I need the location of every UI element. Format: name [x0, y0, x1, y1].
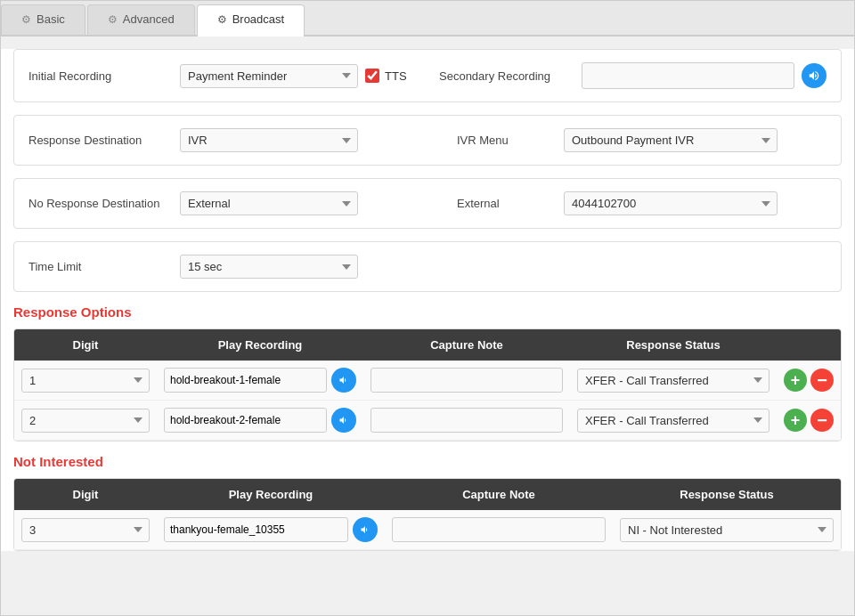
ni-col-play-recording: Play Recording: [157, 479, 385, 510]
ni-row1-digit-select[interactable]: 3: [21, 518, 150, 542]
initial-recording-select[interactable]: Payment Reminder: [180, 64, 358, 88]
row2-play-rec-cell: [157, 401, 363, 440]
recording-card: Initial Recording Payment Reminder TTS S…: [13, 49, 842, 102]
ni-row1-status-select[interactable]: NI - Not Interested: [620, 518, 834, 542]
row1-status-select[interactable]: XFER - Call Transferred: [577, 369, 770, 393]
row2-audio-btn[interactable]: [331, 408, 356, 433]
row2-action-btns: + −: [784, 409, 834, 432]
tab-advanced[interactable]: ⚙ Advanced: [87, 4, 195, 35]
response-dest-label: Response Destination: [28, 134, 180, 147]
not-interested-header: Digit Play Recording Capture Note Respon…: [14, 479, 841, 510]
not-interested-section: Not Interested Digit Play Recording Capt…: [13, 454, 842, 551]
table-row: 2 Settl: [14, 401, 841, 441]
time-limit-card: Time Limit 15 sec: [13, 241, 842, 292]
row1-add-btn[interactable]: +: [784, 369, 807, 392]
row1-speaker-icon: [338, 375, 349, 385]
col-play-recording: Play Recording: [157, 329, 363, 361]
external-control: 4044102700: [564, 191, 826, 215]
tab-basic[interactable]: ⚙ Basic: [1, 4, 86, 35]
time-limit-row: Time Limit 15 sec: [14, 242, 841, 291]
response-options-section: Response Options Digit Play Recording Ca…: [13, 304, 842, 442]
response-dest-card: Response Destination IVR IVR Menu Outbou…: [13, 115, 842, 166]
table-row: 1 Pay f: [14, 361, 841, 401]
initial-recording-control: Payment Reminder TTS: [180, 64, 425, 88]
ni-row1-audio-btn[interactable]: [353, 517, 378, 542]
col-digit: Digit: [14, 329, 157, 361]
ni-row1-capture-input[interactable]: Not Interested: [392, 517, 606, 542]
secondary-recording-label: Secondary Recording: [439, 69, 582, 83]
col-actions: [777, 329, 841, 361]
not-interested-table: Digit Play Recording Capture Note Respon…: [13, 478, 842, 551]
row2-status-cell: XFER - Call Transferred: [570, 401, 777, 440]
ni-row1-digit-cell: 3: [14, 511, 157, 549]
time-limit-control: 15 sec: [180, 255, 826, 279]
initial-secondary-row: Initial Recording Payment Reminder TTS S…: [14, 50, 841, 101]
no-response-label: No Response Destination: [28, 197, 180, 210]
row1-action-cell: + −: [777, 361, 841, 399]
advanced-tab-icon: ⚙: [108, 13, 118, 26]
not-interested-title: Not Interested: [13, 454, 842, 469]
no-response-control: External: [180, 191, 443, 215]
no-response-row: No Response Destination External Externa…: [14, 179, 841, 228]
speaker-icon: [808, 69, 820, 82]
tab-broadcast[interactable]: ⚙ Broadcast: [197, 4, 305, 36]
row1-digit-cell: 1: [14, 361, 157, 400]
row2-capture-input[interactable]: Settlement Offer: [370, 408, 563, 433]
col-response-status: Response Status: [570, 329, 777, 361]
response-options-title: Response Options: [13, 304, 842, 320]
tab-broadcast-label: Broadcast: [232, 12, 285, 26]
row2-play-rec-input[interactable]: [164, 408, 327, 433]
tts-wrapper: TTS: [365, 69, 407, 83]
row2-status-select[interactable]: XFER - Call Transferred: [577, 409, 770, 433]
row2-remove-btn[interactable]: −: [810, 409, 834, 432]
row2-play-rec-wrapper: [164, 408, 356, 433]
ni-col-response-status: Response Status: [613, 479, 841, 510]
row1-capture-input[interactable]: Pay full amount: [370, 368, 563, 393]
row1-play-rec-input[interactable]: [164, 368, 327, 393]
row1-play-rec-wrapper: [164, 368, 356, 393]
tabs-bar: ⚙ Basic ⚙ Advanced ⚙ Broadcast: [1, 1, 854, 36]
response-dest-control: IVR: [180, 128, 443, 152]
response-options-table: Digit Play Recording Capture Note Respon…: [13, 328, 842, 442]
tts-checkbox[interactable]: [365, 69, 379, 83]
col-capture-note: Capture Note: [363, 329, 570, 361]
ivr-menu-control: Outbound Payment IVR: [564, 128, 826, 152]
ni-row1-speaker-icon: [360, 524, 370, 535]
ni-row1-play-rec-wrapper: [164, 517, 378, 542]
ivr-menu-label: IVR Menu: [457, 134, 564, 147]
app-container: ⚙ Basic ⚙ Advanced ⚙ Broadcast Initial R…: [0, 0, 855, 616]
response-dest-select[interactable]: IVR: [180, 128, 358, 152]
secondary-recording-audio-btn[interactable]: [802, 63, 826, 88]
external-value-select[interactable]: 4044102700: [564, 191, 778, 215]
ivr-menu-select[interactable]: Outbound Payment IVR: [564, 128, 778, 152]
row2-digit-cell: 2: [14, 401, 157, 440]
broadcast-tab-icon: ⚙: [217, 13, 227, 26]
row2-digit-select[interactable]: 2: [21, 409, 150, 433]
row1-audio-btn[interactable]: [331, 368, 356, 393]
ni-row1-play-rec-input[interactable]: [164, 517, 348, 542]
ni-col-digit: Digit: [14, 479, 157, 510]
no-response-card: No Response Destination External Externa…: [13, 178, 842, 229]
row2-action-cell: + −: [777, 401, 841, 439]
initial-recording-label: Initial Recording: [28, 69, 180, 83]
response-dest-row: Response Destination IVR IVR Menu Outbou…: [14, 116, 841, 165]
basic-tab-icon: ⚙: [21, 13, 31, 26]
secondary-recording-input[interactable]: [582, 62, 794, 89]
tab-basic-label: Basic: [37, 12, 65, 26]
tab-advanced-label: Advanced: [123, 12, 175, 26]
row1-remove-btn[interactable]: −: [810, 369, 834, 392]
table-row: 3 Not I: [14, 510, 841, 550]
row2-add-btn[interactable]: +: [784, 409, 807, 432]
external-label: External: [457, 197, 564, 210]
row2-capture-cell: Settlement Offer: [363, 401, 570, 440]
tab-content: Initial Recording Payment Reminder TTS S…: [1, 49, 854, 551]
ni-row1-capture-cell: Not Interested: [385, 510, 613, 549]
row1-digit-select[interactable]: 1: [21, 369, 150, 393]
response-options-header: Digit Play Recording Capture Note Respon…: [14, 329, 841, 361]
ni-row1-play-rec-cell: [157, 510, 385, 549]
time-limit-select[interactable]: 15 sec: [180, 255, 358, 279]
row1-capture-cell: Pay full amount: [363, 361, 570, 400]
ni-row1-status-cell: NI - Not Interested: [613, 511, 841, 549]
time-limit-label: Time Limit: [28, 260, 180, 273]
no-response-select[interactable]: External: [180, 191, 358, 215]
